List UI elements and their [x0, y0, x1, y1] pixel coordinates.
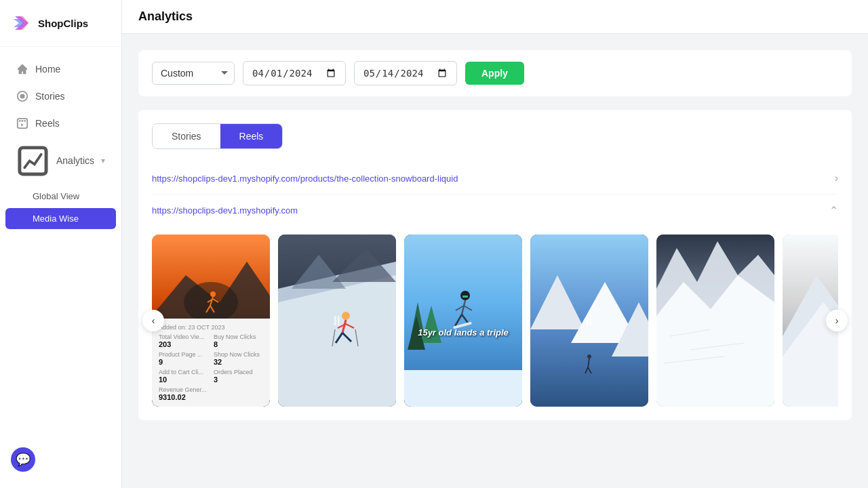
shopclips-logo-icon: [11, 12, 33, 34]
stat-revenue: Revenue Gener... 9310.02: [159, 386, 263, 401]
url-2-text: https://shopclips-dev1.myshopify.com: [152, 205, 298, 216]
media-wise-label: Media Wise: [33, 214, 79, 224]
svg-point-5: [20, 94, 24, 98]
next-button[interactable]: ›: [826, 310, 848, 331]
stat-buy-now: Buy Now Clicks 8: [214, 333, 263, 348]
svg-point-50: [587, 354, 591, 359]
stats-date: Added on: 23 OCT 2023: [159, 324, 263, 331]
tab-reels[interactable]: Reels: [220, 124, 283, 148]
url-1-text: https://shopclips-dev1.myshopify.com/pro…: [152, 174, 458, 184]
page-title: Analytics: [138, 9, 193, 24]
date-from-input[interactable]: [243, 61, 346, 85]
stat-orders: Orders Placed 3: [214, 369, 263, 384]
mountain-bg-3: [404, 235, 522, 407]
top-bar: Analytics: [122, 0, 868, 34]
apply-button[interactable]: Apply: [465, 62, 524, 85]
sidebar-sub-item-global-view[interactable]: Global View: [5, 186, 116, 207]
stories-label: Stories: [35, 91, 65, 102]
svg-point-9: [24, 120, 26, 122]
home-icon: [16, 63, 28, 75]
stat-shop-now: Shop Now Clicks 32: [214, 351, 263, 366]
sidebar-sub-item-media-wise[interactable]: Media Wise: [5, 208, 116, 229]
sidebar: ShopClips Home Stories Reels: [0, 0, 122, 488]
tab-stories[interactable]: Stories: [153, 124, 220, 148]
next-icon: ›: [835, 315, 839, 326]
logo: ShopClips: [0, 0, 121, 47]
video-grid: Added on: 23 OCT 2023 Total Video Vie...…: [152, 235, 838, 407]
stats-grid: Total Video Vie... 203 Buy Now Clicks 8 …: [159, 333, 263, 401]
svg-point-14: [210, 291, 216, 297]
video-card-1[interactable]: Added on: 23 OCT 2023 Total Video Vie...…: [152, 235, 270, 407]
analytics-icon: [16, 144, 50, 178]
url-row-1[interactable]: https://shopclips-dev1.myshopify.com/pro…: [152, 163, 838, 195]
stats-overlay: Added on: 23 OCT 2023 Total Video Vie...…: [152, 319, 270, 407]
stat-total-views: Total Video Vie... 203: [159, 333, 208, 348]
global-view-label: Global View: [33, 191, 79, 201]
url-2-chevron-icon: ⌃: [829, 204, 838, 217]
svg-point-8: [22, 120, 24, 122]
video-card-2[interactable]: ⏸: [278, 235, 396, 407]
content-area: Custom Last 7 days Last 30 days Last 90 …: [122, 34, 868, 488]
video-card-3[interactable]: 15yr old lands a triple: [404, 235, 522, 407]
sidebar-item-home[interactable]: Home: [5, 56, 116, 82]
url-row-2[interactable]: https://shopclips-dev1.myshopify.com ⌃: [152, 195, 838, 226]
tab-group: Stories Reels: [152, 123, 283, 149]
svg-rect-6: [18, 119, 27, 128]
analytics-chevron-icon: ▾: [101, 156, 105, 165]
sidebar-item-stories[interactable]: Stories: [5, 83, 116, 109]
prev-button[interactable]: ‹: [142, 310, 164, 331]
nav-items: Home Stories Reels Analyti: [0, 47, 121, 488]
pause-icon-4: ⏸: [583, 313, 596, 329]
reels-icon: [16, 117, 28, 129]
mountain-bg-5: [656, 235, 774, 407]
analytics-label: Analytics: [56, 155, 94, 166]
chat-icon: 💬: [16, 452, 31, 467]
sidebar-item-reels[interactable]: Reels: [5, 110, 116, 136]
svg-rect-37: [404, 370, 522, 407]
stat-product-page: Product Page ... 9: [159, 351, 208, 366]
chat-bubble-button[interactable]: 💬: [11, 447, 35, 472]
svg-rect-10: [20, 148, 46, 174]
main-content: Analytics Custom Last 7 days Last 30 day…: [122, 0, 868, 488]
logo-text: ShopClips: [38, 18, 88, 29]
svg-point-7: [19, 120, 21, 122]
video-card-5[interactable]: [656, 235, 774, 407]
svg-rect-39: [462, 296, 468, 298]
date-preset-select[interactable]: Custom Last 7 days Last 30 days Last 90 …: [152, 62, 235, 85]
pause-icon-2: ⏸: [330, 313, 344, 329]
video-grid-container: ‹: [152, 235, 838, 407]
prev-icon: ‹: [152, 315, 155, 326]
stat-add-cart: Add to Cart Cli... 10: [159, 369, 208, 384]
video-card-4[interactable]: ⏸: [530, 235, 648, 407]
stories-icon: [16, 90, 28, 102]
filter-bar: Custom Last 7 days Last 30 days Last 90 …: [138, 50, 852, 96]
sidebar-item-analytics[interactable]: Analytics ▾: [5, 138, 116, 184]
home-label: Home: [35, 64, 60, 75]
video-text-overlay: 15yr old lands a triple: [418, 327, 509, 338]
url-1-chevron-icon: ›: [835, 172, 838, 184]
date-to-input[interactable]: [354, 61, 457, 85]
reels-label: Reels: [35, 118, 60, 129]
analytics-card: Stories Reels https://shopclips-dev1.mys…: [138, 110, 852, 420]
